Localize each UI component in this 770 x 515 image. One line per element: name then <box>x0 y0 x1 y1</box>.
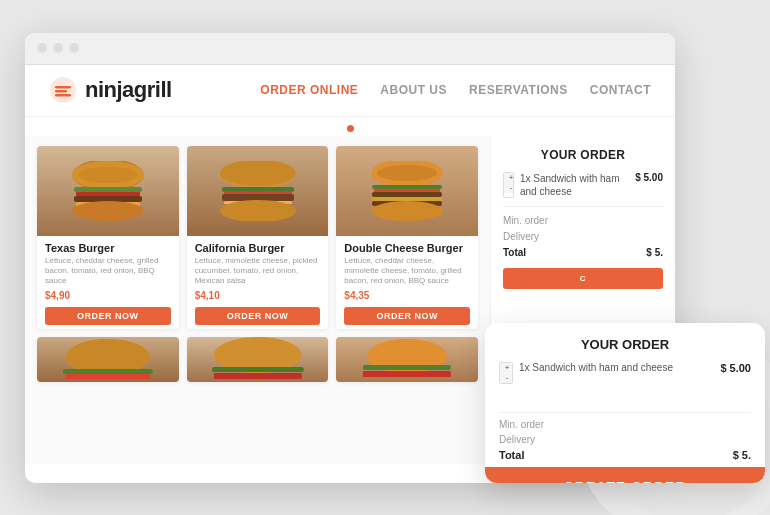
logo-icon <box>49 76 77 104</box>
menu-card-row2-2 <box>187 337 329 382</box>
floating-qty-up[interactable]: + <box>500 363 513 373</box>
floating-item-price: $ 5.00 <box>720 362 751 374</box>
create-order-btn-panel[interactable]: C <box>503 268 663 289</box>
order-item-price: $ 5.00 <box>635 172 663 183</box>
svg-rect-35 <box>363 365 451 370</box>
site-nav: ninjagrill ORDER ONLINE ABOUT US RESERVA… <box>25 65 675 117</box>
card-img-row2-3 <box>336 337 478 382</box>
menu-card-california: California Burger Lettuce, mimolette che… <box>187 146 329 329</box>
order-delivery-row: Delivery <box>503 231 663 242</box>
card-price-texas: $4,90 <box>45 290 171 301</box>
card-info-california: California Burger Lettuce, mimolette che… <box>187 236 329 329</box>
floating-total-label: Total <box>499 449 524 461</box>
nav-contact[interactable]: CONTACT <box>590 83 651 97</box>
card-price-california: $4,10 <box>195 290 321 301</box>
svg-rect-24 <box>372 192 442 197</box>
svg-rect-3 <box>55 94 71 97</box>
floating-min-row: Min. order <box>499 419 751 430</box>
floating-qty-down[interactable]: - <box>500 373 513 383</box>
floating-create-order-btn[interactable]: CREATE ORDER <box>485 467 765 483</box>
svg-point-14 <box>220 161 296 186</box>
carousel-dot-active[interactable] <box>347 125 354 132</box>
floating-divider <box>499 412 751 413</box>
nav-about-us[interactable]: ABOUT US <box>380 83 447 97</box>
floating-total-row: Total $ 5. <box>485 449 765 461</box>
svg-point-11 <box>72 201 144 221</box>
floating-order-title: YOUR ORDER <box>499 337 751 352</box>
card-price-double-cheese: $4,35 <box>344 290 470 301</box>
svg-rect-7 <box>74 187 142 192</box>
traffic-light-close[interactable] <box>37 43 47 53</box>
menu-row-1: Texas Burger Lettuce, cheddar cheese, gr… <box>37 146 478 329</box>
burger-visual-california <box>187 146 329 236</box>
order-delivery-label: Delivery <box>503 231 539 242</box>
order-total-label: Total <box>503 247 526 258</box>
menu-card-row2-3 <box>336 337 478 382</box>
traffic-light-minimize[interactable] <box>53 43 63 53</box>
svg-rect-36 <box>363 371 451 377</box>
order-total-row: Total $ 5. <box>503 247 663 258</box>
svg-rect-29 <box>63 369 153 374</box>
order-item-name: 1x Sandwich with ham and cheese <box>520 172 635 198</box>
order-min-label: Min. order <box>503 215 548 226</box>
qty-control[interactable]: + - <box>503 172 514 198</box>
order-btn-double-cheese[interactable]: ORDER NOW <box>344 307 470 325</box>
nav-reservations[interactable]: RESERVATIONS <box>469 83 568 97</box>
menu-card-double-cheese: Double Cheese Burger Lettuce, cheddar ch… <box>336 146 478 329</box>
svg-point-19 <box>220 200 296 221</box>
order-panel-title: YOUR ORDER <box>503 148 663 162</box>
menu-grid: Texas Burger Lettuce, cheddar cheese, gr… <box>25 136 490 464</box>
card-desc-double-cheese: Lettuce, cheddar cheese, mimolette chees… <box>344 256 470 287</box>
floating-item-name: 1x Sandwich with ham and cheese <box>519 362 673 384</box>
floating-item-row: + - 1x Sandwich with ham and cheese $ 5.… <box>499 362 751 384</box>
burger-visual-texas <box>37 146 179 236</box>
qty-down-btn[interactable]: - <box>504 183 514 193</box>
svg-rect-2 <box>55 90 67 93</box>
logo-text: ninjagrill <box>85 77 172 103</box>
svg-rect-17 <box>222 194 294 201</box>
svg-point-21 <box>377 165 437 181</box>
svg-rect-33 <box>214 373 302 379</box>
menu-card-row2-1 <box>37 337 179 382</box>
svg-point-27 <box>371 201 443 221</box>
nav-links: ORDER ONLINE ABOUT US RESERVATIONS CONTA… <box>260 83 651 97</box>
svg-rect-32 <box>212 367 304 372</box>
card-img-texas <box>37 146 179 236</box>
svg-rect-25 <box>372 197 442 201</box>
floating-qty-control[interactable]: + - <box>499 362 513 384</box>
svg-point-6 <box>78 167 138 183</box>
floating-delivery-row: Delivery <box>499 434 751 445</box>
card-desc-texas: Lettuce, cheddar cheese, grilled bacon, … <box>45 256 171 287</box>
svg-rect-8 <box>76 192 140 196</box>
floating-panel-content: YOUR ORDER + - 1x Sandwich with ham and … <box>485 323 765 406</box>
nav-order-online[interactable]: ORDER ONLINE <box>260 83 358 97</box>
svg-rect-1 <box>55 86 71 89</box>
floating-rows: Min. order Delivery <box>485 419 765 449</box>
card-name-texas: Texas Burger <box>45 242 171 254</box>
order-btn-texas[interactable]: ORDER NOW <box>45 307 171 325</box>
card-desc-california: Lettuce, mimolette cheese, pickled cucum… <box>195 256 321 287</box>
floating-delivery-label: Delivery <box>499 434 535 445</box>
card-img-california <box>187 146 329 236</box>
traffic-light-maximize[interactable] <box>69 43 79 53</box>
floating-min-label: Min. order <box>499 419 544 430</box>
burger-visual-double-cheese <box>336 146 478 236</box>
card-info-double-cheese: Double Cheese Burger Lettuce, cheddar ch… <box>336 236 478 329</box>
order-min-row: Min. order <box>503 215 663 226</box>
menu-row-2 <box>37 337 478 382</box>
card-img-row2-2 <box>187 337 329 382</box>
carousel-dots <box>25 117 675 136</box>
menu-card-texas: Texas Burger Lettuce, cheddar cheese, gr… <box>37 146 179 329</box>
svg-rect-22 <box>372 185 442 189</box>
order-divider <box>503 206 663 207</box>
card-img-double-cheese <box>336 146 478 236</box>
logo[interactable]: ninjagrill <box>49 76 172 104</box>
order-total-val: $ 5. <box>646 247 663 258</box>
svg-rect-30 <box>66 374 150 379</box>
floating-item-left: + - 1x Sandwich with ham and cheese <box>499 362 720 384</box>
order-btn-california[interactable]: ORDER NOW <box>195 307 321 325</box>
card-name-california: California Burger <box>195 242 321 254</box>
card-info-texas: Texas Burger Lettuce, cheddar cheese, gr… <box>37 236 179 329</box>
floating-order-panel: YOUR ORDER + - 1x Sandwich with ham and … <box>485 323 765 483</box>
qty-up-btn[interactable]: + <box>504 173 514 183</box>
